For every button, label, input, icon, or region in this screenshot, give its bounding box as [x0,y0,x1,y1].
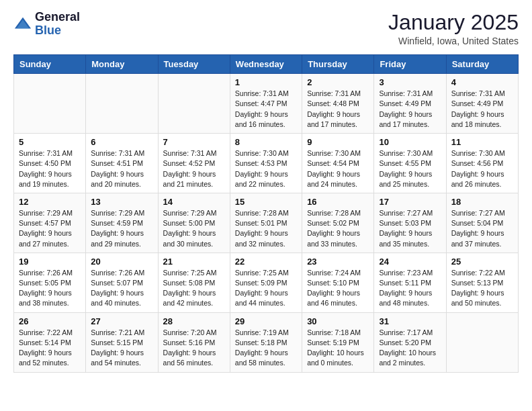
location-text: Winfield, Iowa, United States [388,36,519,46]
calendar-header-saturday: Saturday [446,55,518,74]
day-number: 1 [235,77,297,87]
month-title: January 2025 [388,11,519,34]
page: General Blue January 2025 Winfield, Iowa… [0,0,532,383]
day-number: 2 [307,77,369,87]
day-number: 8 [235,137,297,147]
day-info: Sunrise: 7:22 AM Sunset: 5:13 PM Dayligh… [451,268,513,309]
day-number: 31 [379,316,441,326]
calendar-cell: 5Sunrise: 7:31 AM Sunset: 4:50 PM Daylig… [14,134,86,193]
calendar-header-thursday: Thursday [302,55,374,74]
day-number: 5 [19,137,81,147]
day-number: 23 [307,257,369,267]
day-info: Sunrise: 7:29 AM Sunset: 4:59 PM Dayligh… [91,208,152,249]
calendar-cell: 15Sunrise: 7:28 AM Sunset: 5:01 PM Dayli… [230,193,302,253]
calendar-cell: 11Sunrise: 7:30 AM Sunset: 4:56 PM Dayli… [446,134,518,193]
calendar-cell: 28Sunrise: 7:20 AM Sunset: 5:16 PM Dayli… [158,312,230,372]
calendar-cell: 13Sunrise: 7:29 AM Sunset: 4:59 PM Dayli… [86,193,158,253]
day-info: Sunrise: 7:25 AM Sunset: 5:09 PM Dayligh… [235,268,297,309]
day-info: Sunrise: 7:24 AM Sunset: 5:10 PM Dayligh… [307,268,369,309]
day-info: Sunrise: 7:30 AM Sunset: 4:56 PM Dayligh… [451,148,513,189]
day-info: Sunrise: 7:18 AM Sunset: 5:19 PM Dayligh… [307,328,369,369]
week-row-1: 1Sunrise: 7:31 AM Sunset: 4:47 PM Daylig… [14,74,519,134]
day-info: Sunrise: 7:30 AM Sunset: 4:54 PM Dayligh… [307,148,369,189]
day-info: Sunrise: 7:31 AM Sunset: 4:49 PM Dayligh… [451,89,513,130]
day-number: 18 [451,197,513,207]
calendar-cell [158,74,230,134]
week-row-5: 26Sunrise: 7:22 AM Sunset: 5:14 PM Dayli… [14,312,519,372]
day-number: 24 [379,257,441,267]
calendar-cell: 14Sunrise: 7:29 AM Sunset: 5:00 PM Dayli… [158,193,230,253]
logo-general-text: General [35,10,80,24]
day-info: Sunrise: 7:29 AM Sunset: 5:00 PM Dayligh… [163,208,225,249]
day-info: Sunrise: 7:21 AM Sunset: 5:15 PM Dayligh… [91,328,152,369]
day-number: 9 [307,137,369,147]
calendar-cell: 2Sunrise: 7:31 AM Sunset: 4:48 PM Daylig… [302,74,374,134]
week-row-2: 5Sunrise: 7:31 AM Sunset: 4:50 PM Daylig… [14,134,519,193]
calendar-header-friday: Friday [374,55,446,74]
calendar-cell: 6Sunrise: 7:31 AM Sunset: 4:51 PM Daylig… [86,134,158,193]
day-info: Sunrise: 7:19 AM Sunset: 5:18 PM Dayligh… [235,328,297,369]
day-number: 7 [163,137,225,147]
day-info: Sunrise: 7:31 AM Sunset: 4:49 PM Dayligh… [379,89,441,130]
day-number: 4 [451,77,513,87]
day-number: 29 [235,316,297,326]
day-info: Sunrise: 7:31 AM Sunset: 4:52 PM Dayligh… [163,148,225,189]
calendar-cell: 22Sunrise: 7:25 AM Sunset: 5:09 PM Dayli… [230,253,302,312]
day-number: 21 [163,257,225,267]
day-number: 3 [379,77,441,87]
day-info: Sunrise: 7:31 AM Sunset: 4:50 PM Dayligh… [19,148,81,189]
day-info: Sunrise: 7:29 AM Sunset: 4:57 PM Dayligh… [19,208,81,249]
calendar-cell: 31Sunrise: 7:17 AM Sunset: 5:20 PM Dayli… [374,312,446,372]
calendar-header-wednesday: Wednesday [230,55,302,74]
calendar-cell: 9Sunrise: 7:30 AM Sunset: 4:54 PM Daylig… [302,134,374,193]
day-info: Sunrise: 7:27 AM Sunset: 5:04 PM Dayligh… [451,208,513,249]
logo-blue-text: Blue [35,24,61,37]
day-number: 19 [19,257,81,267]
day-number: 10 [379,137,441,147]
day-info: Sunrise: 7:28 AM Sunset: 5:02 PM Dayligh… [307,208,369,249]
day-number: 25 [451,257,513,267]
logo: General Blue [13,11,80,38]
title-block: January 2025 Winfield, Iowa, United Stat… [388,11,519,46]
day-info: Sunrise: 7:30 AM Sunset: 4:53 PM Dayligh… [235,148,297,189]
calendar-cell [14,74,86,134]
calendar-header-monday: Monday [86,55,158,74]
day-number: 15 [235,197,297,207]
calendar-cell: 19Sunrise: 7:26 AM Sunset: 5:05 PM Dayli… [14,253,86,312]
day-number: 16 [307,197,369,207]
day-number: 12 [19,197,81,207]
day-info: Sunrise: 7:31 AM Sunset: 4:51 PM Dayligh… [91,148,152,189]
day-info: Sunrise: 7:22 AM Sunset: 5:14 PM Dayligh… [19,328,81,369]
calendar-cell: 17Sunrise: 7:27 AM Sunset: 5:03 PM Dayli… [374,193,446,253]
day-info: Sunrise: 7:26 AM Sunset: 5:07 PM Dayligh… [91,268,152,309]
day-number: 22 [235,257,297,267]
calendar-header-row: SundayMondayTuesdayWednesdayThursdayFrid… [14,55,519,74]
calendar-cell: 4Sunrise: 7:31 AM Sunset: 4:49 PM Daylig… [446,74,518,134]
day-number: 17 [379,197,441,207]
calendar-cell: 1Sunrise: 7:31 AM Sunset: 4:47 PM Daylig… [230,74,302,134]
calendar-cell: 10Sunrise: 7:30 AM Sunset: 4:55 PM Dayli… [374,134,446,193]
day-info: Sunrise: 7:20 AM Sunset: 5:16 PM Dayligh… [163,328,225,369]
day-number: 27 [91,316,152,326]
calendar-cell: 30Sunrise: 7:18 AM Sunset: 5:19 PM Dayli… [302,312,374,372]
day-number: 6 [91,137,152,147]
calendar-cell: 21Sunrise: 7:25 AM Sunset: 5:08 PM Dayli… [158,253,230,312]
day-info: Sunrise: 7:27 AM Sunset: 5:03 PM Dayligh… [379,208,441,249]
calendar-cell: 7Sunrise: 7:31 AM Sunset: 4:52 PM Daylig… [158,134,230,193]
logo-icon [13,15,32,34]
day-info: Sunrise: 7:31 AM Sunset: 4:48 PM Dayligh… [307,89,369,130]
calendar-cell: 23Sunrise: 7:24 AM Sunset: 5:10 PM Dayli… [302,253,374,312]
day-info: Sunrise: 7:30 AM Sunset: 4:55 PM Dayligh… [379,148,441,189]
calendar-cell: 18Sunrise: 7:27 AM Sunset: 5:04 PM Dayli… [446,193,518,253]
calendar-cell: 12Sunrise: 7:29 AM Sunset: 4:57 PM Dayli… [14,193,86,253]
day-info: Sunrise: 7:26 AM Sunset: 5:05 PM Dayligh… [19,268,81,309]
calendar-cell: 8Sunrise: 7:30 AM Sunset: 4:53 PM Daylig… [230,134,302,193]
calendar-cell: 20Sunrise: 7:26 AM Sunset: 5:07 PM Dayli… [86,253,158,312]
day-number: 11 [451,137,513,147]
day-info: Sunrise: 7:25 AM Sunset: 5:08 PM Dayligh… [163,268,225,309]
day-number: 13 [91,197,152,207]
calendar-table: SundayMondayTuesdayWednesdayThursdayFrid… [13,54,519,372]
calendar-cell: 26Sunrise: 7:22 AM Sunset: 5:14 PM Dayli… [14,312,86,372]
calendar-header-tuesday: Tuesday [158,55,230,74]
week-row-3: 12Sunrise: 7:29 AM Sunset: 4:57 PM Dayli… [14,193,519,253]
